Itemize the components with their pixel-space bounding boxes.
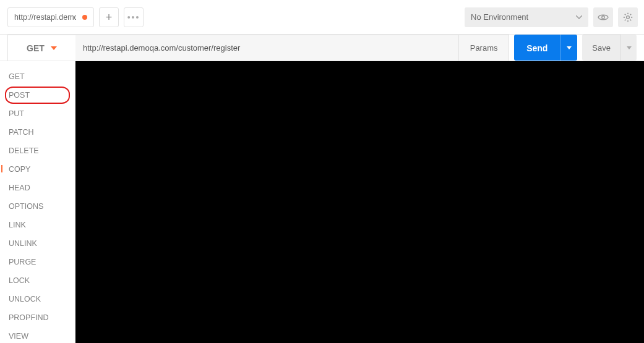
unsaved-dot-icon (82, 15, 87, 20)
save-button[interactable]: Save (582, 35, 637, 61)
request-tab[interactable]: http://restapi.demoqa (7, 7, 94, 27)
method-item-copy[interactable]: COPY (0, 160, 75, 179)
send-button[interactable]: Send (514, 35, 577, 61)
method-item-get[interactable]: GET (0, 67, 75, 86)
environment-area: No Environment (465, 7, 638, 27)
method-item-lock[interactable]: LOCK (0, 271, 75, 290)
tab-strip: http://restapi.demoqa + ••• (7, 7, 465, 27)
method-item-view[interactable]: VIEW (0, 327, 75, 343)
method-item-post[interactable]: POST (0, 86, 75, 104)
body-area: GETPOSTPUTPATCHDELETECOPYHEADOPTIONSLINK… (0, 61, 644, 343)
accent-bar-icon (1, 165, 2, 172)
highlight-ring-icon (5, 87, 70, 104)
method-label: GET (27, 43, 45, 53)
settings-button[interactable] (618, 7, 638, 27)
svg-line-9 (625, 19, 626, 20)
chevron-down-icon (627, 46, 632, 49)
save-dropdown-button[interactable] (620, 35, 637, 61)
svg-point-0 (602, 15, 604, 18)
svg-line-8 (630, 14, 632, 15)
environment-label: No Environment (471, 12, 528, 22)
http-method-dropdown: GETPOSTPUTPATCHDELETECOPYHEADOPTIONSLINK… (0, 61, 75, 343)
method-item-put[interactable]: PUT (0, 104, 75, 123)
eye-icon (598, 14, 609, 21)
svg-line-7 (630, 19, 632, 20)
method-item-link[interactable]: LINK (0, 216, 75, 234)
chevron-down-icon (51, 46, 57, 50)
svg-point-1 (627, 15, 630, 19)
http-method-select[interactable]: GET (7, 35, 75, 61)
send-dropdown-button[interactable] (560, 35, 577, 61)
params-label: Params (470, 43, 498, 53)
url-input[interactable]: http://restapi.demoqa.com/customer/regis… (75, 35, 458, 61)
method-item-patch[interactable]: PATCH (0, 123, 75, 142)
method-item-options[interactable]: OPTIONS (0, 197, 75, 216)
send-label: Send (514, 35, 560, 61)
url-value: http://restapi.demoqa.com/customer/regis… (83, 43, 240, 53)
new-tab-button[interactable]: + (99, 7, 119, 27)
tab-overflow-button[interactable]: ••• (124, 7, 144, 27)
save-label: Save (582, 35, 620, 61)
method-item-unlock[interactable]: UNLOCK (0, 290, 75, 308)
method-item-delete[interactable]: DELETE (0, 142, 75, 160)
environment-preview-button[interactable] (593, 7, 613, 27)
gear-icon (623, 12, 633, 22)
top-bar: http://restapi.demoqa + ••• No Environme… (0, 0, 644, 35)
request-row: GET http://restapi.demoqa.com/customer/r… (0, 35, 644, 61)
chevron-down-icon (576, 15, 582, 19)
response-panel (75, 61, 644, 343)
sidebar-accent (0, 61, 6, 172)
environment-select[interactable]: No Environment (465, 7, 588, 27)
params-button[interactable]: Params (458, 35, 509, 61)
tab-title: http://restapi.demoqa (14, 13, 76, 22)
chevron-down-icon (567, 46, 572, 49)
method-item-propfind[interactable]: PROPFIND (0, 308, 75, 327)
method-item-head[interactable]: HEAD (0, 179, 75, 197)
method-item-unlink[interactable]: UNLINK (0, 234, 75, 253)
svg-line-6 (625, 14, 626, 15)
method-item-purge[interactable]: PURGE (0, 253, 75, 271)
